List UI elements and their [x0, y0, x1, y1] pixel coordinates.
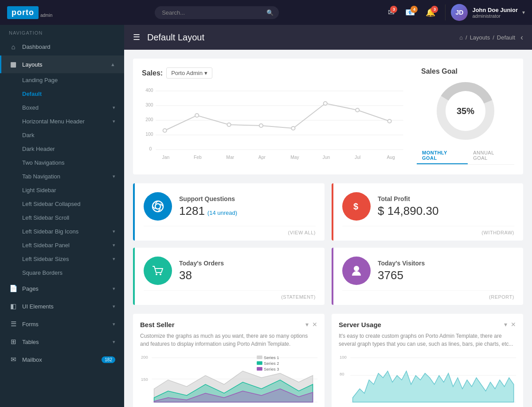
- svg-text:Aug: Aug: [387, 155, 395, 160]
- sidebar-sub-two-nav[interactable]: Two Navigations: [0, 156, 124, 170]
- sidebar-item-forms[interactable]: ☰ Forms ▾: [0, 315, 124, 333]
- stat-card-profit: $ Total Profit $ 14,890.30 (WITHDRAW): [332, 183, 523, 241]
- sidebar-sub-sizes[interactable]: Left Sidebar Sizes ▾: [0, 252, 124, 266]
- chevron-icon: ▾: [113, 119, 115, 124]
- svg-point-14: [291, 126, 295, 130]
- chevron-down-icon: ▾: [113, 339, 115, 345]
- server-usage-card: Server Usage ▾ ✕ It's easy to create cus…: [332, 314, 523, 407]
- sales-dropdown[interactable]: Porto Admin ▾: [166, 67, 212, 79]
- svg-rect-45: [257, 361, 262, 365]
- search-bar: 🔍: [155, 6, 279, 19]
- sidebar-sub-dark-header[interactable]: Dark Header: [0, 142, 124, 156]
- card-actions: ▾ ✕: [305, 321, 317, 328]
- donut-label: 35%: [457, 106, 474, 116]
- ui-icon: ◧: [9, 302, 18, 310]
- svg-rect-43: [257, 356, 262, 359]
- chart-left: Sales: Porto Admin ▾ 400 300 200 100 0: [142, 67, 408, 166]
- donut-chart: 35%: [434, 80, 497, 142]
- view-all-link[interactable]: (VIEW ALL): [144, 226, 316, 235]
- stat-value: $ 14,890.30: [378, 204, 514, 218]
- annual-goal-tab[interactable]: ANNUAL GOAL: [468, 147, 514, 164]
- tables-icon: ⊞: [9, 338, 18, 346]
- sidebar-item-label: Forms: [22, 321, 113, 328]
- mailbox-icon: ✉: [9, 356, 18, 364]
- sidebar-item-dashboard[interactable]: ⌂ Dashboard: [0, 38, 124, 55]
- close-button[interactable]: ✕: [312, 321, 317, 328]
- sidebar-sub-horizontal-menu[interactable]: Horizontal Menu Header ▾: [0, 115, 124, 128]
- forms-icon: ☰: [9, 320, 18, 328]
- profit-icon: $: [342, 192, 371, 221]
- logo-sub: admin: [40, 13, 52, 18]
- sidebar-sub-landing-page[interactable]: Landing Page: [0, 73, 124, 87]
- page-content: Sales: Porto Admin ▾ 400 300 200 100 0: [124, 50, 532, 407]
- sidebar-sub-square[interactable]: Square Borders: [0, 266, 124, 280]
- sidebar-item-tables[interactable]: ⊞ Tables ▾: [0, 333, 124, 351]
- sidebar-sub-dark[interactable]: Dark: [0, 128, 124, 142]
- collapse-icon[interactable]: ‹: [520, 33, 523, 42]
- user-area[interactable]: JD John Doe Junior administrator ▾: [451, 4, 525, 21]
- svg-point-37: [354, 266, 359, 271]
- sales-label: Sales:: [142, 69, 163, 77]
- server-usage-header: Server Usage ▾ ✕: [339, 321, 516, 328]
- svg-point-11: [195, 114, 199, 117]
- svg-point-35: [156, 273, 157, 275]
- pages-icon: 📄: [9, 285, 18, 292]
- sidebar-sub-collapsed[interactable]: Left Sidebar Collapsed: [0, 197, 124, 211]
- sidebar-item-pages[interactable]: 📄 Pages ▾: [0, 280, 124, 297]
- svg-point-29: [155, 204, 160, 209]
- sidebar-sub-panel[interactable]: Left Sidebar Panel ▾: [0, 238, 124, 252]
- chevron-up-icon: ▲: [110, 62, 115, 67]
- svg-text:Series 3: Series 3: [264, 367, 279, 371]
- sidebar-item-label: Layouts: [22, 61, 110, 68]
- sidebar-sub-boxed[interactable]: Boxed ▾: [0, 101, 124, 115]
- chevron-down-icon: ▾: [113, 321, 115, 327]
- goal-tabs: MONTHLY GOAL ANNUAL GOAL: [417, 147, 514, 165]
- header-divider: [445, 4, 446, 20]
- logo: porto: [7, 6, 39, 19]
- sidebar-item-label: Dashboard: [22, 43, 115, 50]
- stat-value: 1281: [179, 204, 205, 218]
- report-link[interactable]: (REPORT): [342, 290, 514, 300]
- best-seller-desc: Customize the graphs as much as you want…: [140, 332, 317, 348]
- server-usage-chart-wrap: 100 80: [339, 353, 516, 407]
- sidebar-item-ui-elements[interactable]: ◧ UI Elements ▾: [0, 297, 124, 315]
- avatar: JD: [451, 4, 468, 21]
- stat-label: Total Profit: [378, 195, 514, 202]
- svg-point-16: [356, 108, 359, 112]
- svg-text:Mar: Mar: [226, 155, 234, 160]
- email-button[interactable]: 📧 4: [401, 5, 419, 20]
- bottom-charts-row: Best Seller ▾ ✕ Customize the graphs as …: [133, 314, 523, 407]
- monthly-goal-tab[interactable]: MONTHLY GOAL: [417, 147, 468, 164]
- page-header: ☰ Default Layout ⌂ / Layouts / Default ‹: [124, 25, 532, 50]
- sidebar-sub-tab-nav[interactable]: Tab Navigation ▾: [0, 170, 124, 183]
- minimize-button[interactable]: ▾: [504, 321, 507, 328]
- top-header: porto admin 🔍 ✉ 3 📧 4 🔔 3 JD John Doe Ju…: [0, 0, 532, 25]
- minimize-button[interactable]: ▾: [305, 321, 309, 328]
- sidebar-item-mailbox[interactable]: ✉ Mailbox 182: [0, 351, 124, 368]
- messages-button[interactable]: ✉ 3: [383, 5, 399, 20]
- sidebar-sub-light-sidebar[interactable]: Light Sidebar: [0, 183, 124, 197]
- sidebar-sub-big-icons[interactable]: Left Sidebar Big Icons ▾: [0, 225, 124, 238]
- withdraw-link[interactable]: (WITHDRAW): [342, 226, 514, 235]
- stat-label: Today's Orders: [179, 260, 316, 267]
- statement-link[interactable]: (STATEMENT): [144, 290, 316, 300]
- content-area: ☰ Default Layout ⌂ / Layouts / Default ‹…: [124, 25, 532, 407]
- svg-text:Jul: Jul: [355, 155, 360, 160]
- menu-toggle-button[interactable]: ☰: [133, 32, 140, 42]
- best-seller-card: Best Seller ▾ ✕ Customize the graphs as …: [133, 314, 325, 407]
- svg-point-13: [259, 124, 263, 127]
- breadcrumb-layouts[interactable]: Layouts: [470, 34, 490, 41]
- chevron-icon: ▾: [113, 229, 115, 234]
- stat-label: Today's Visitors: [378, 260, 514, 267]
- svg-point-15: [324, 102, 327, 105]
- notifications-button[interactable]: 🔔 3: [421, 5, 440, 20]
- user-role: administrator: [472, 13, 518, 19]
- svg-rect-47: [257, 367, 262, 371]
- sidebar-item-layouts[interactable]: ▦ Layouts ▲: [0, 55, 124, 73]
- sidebar-sub-default[interactable]: Default: [0, 87, 124, 101]
- sidebar-sub-scroll[interactable]: Left Sidebar Scroll: [0, 211, 124, 225]
- sidebar-item-label: UI Elements: [22, 303, 113, 310]
- search-input[interactable]: [155, 6, 279, 19]
- close-button[interactable]: ✕: [511, 321, 516, 328]
- breadcrumb-current: Default: [497, 34, 515, 41]
